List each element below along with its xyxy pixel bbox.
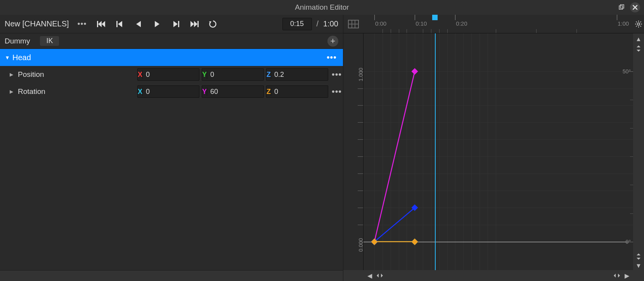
- left-footer: [0, 270, 343, 281]
- ik-chip[interactable]: IK: [40, 36, 59, 46]
- property-menu-button[interactable]: •••: [331, 87, 343, 97]
- curve-view[interactable]: 50°0°: [364, 33, 633, 270]
- svg-rect-5: [116, 21, 118, 27]
- property-row-position[interactable]: ▶ Position X Y Z •••: [0, 66, 343, 83]
- go-to-end-button[interactable]: [189, 18, 200, 30]
- maximize-button[interactable]: [617, 3, 626, 12]
- svg-rect-2: [97, 21, 98, 27]
- rotation-x-field[interactable]: X: [137, 85, 199, 98]
- ruler-label: 1:00: [618, 20, 629, 27]
- time-separator: /: [317, 19, 319, 28]
- property-menu-button[interactable]: •••: [331, 69, 343, 80]
- value-axis: 1.0000.000: [343, 33, 364, 270]
- dopesheet-toggle[interactable]: [343, 15, 364, 33]
- v-zoom-button-2[interactable]: [634, 252, 643, 261]
- property-label: Position: [18, 70, 44, 79]
- h-zoom-button-2[interactable]: [613, 272, 621, 279]
- next-keyframe-button[interactable]: [170, 18, 182, 30]
- window-title: Animation Editor: [295, 3, 349, 12]
- v-zoom-button[interactable]: [634, 44, 643, 53]
- disclosure-right-icon[interactable]: ▶: [7, 72, 16, 77]
- curve-panel: 0:000:100:201:00 1.0000.000 50°0° ▲ ▼ ◀: [343, 15, 644, 281]
- tree-item-label: Head: [12, 53, 31, 62]
- position-z-field[interactable]: Z: [266, 68, 328, 81]
- playback-toolbar: New [CHANNELS] ••• / 1:00: [0, 15, 343, 33]
- channel-panel: New [CHANNELS] ••• / 1:00 Dummy IK +: [0, 15, 343, 281]
- ruler-label: 0:20: [456, 20, 467, 27]
- play-reverse-button[interactable]: [133, 18, 144, 30]
- scroll-left-button[interactable]: ◀: [366, 272, 374, 279]
- corner-bl: [343, 270, 364, 281]
- axis-z-label: Z: [267, 71, 271, 79]
- rotation-y-field[interactable]: Y: [202, 85, 264, 98]
- mode-bar: Dummy IK +: [0, 33, 343, 49]
- gear-icon: [635, 20, 642, 28]
- ruler-label: 0:10: [415, 20, 427, 27]
- loop-button[interactable]: [207, 18, 219, 30]
- svg-marker-9: [173, 21, 178, 27]
- playhead-handle[interactable]: [432, 15, 438, 20]
- svg-marker-3: [98, 21, 102, 27]
- vaxis-label: 0.000: [358, 238, 364, 252]
- scroll-right-button[interactable]: ▶: [623, 272, 631, 279]
- axis-x-label: X: [138, 88, 143, 96]
- go-to-start-button[interactable]: [95, 18, 107, 30]
- position-x-field[interactable]: X: [137, 68, 199, 81]
- prev-keyframe-button[interactable]: [114, 18, 126, 30]
- property-label: Rotation: [18, 87, 45, 96]
- axis-x-label: X: [138, 71, 143, 79]
- add-button[interactable]: +: [327, 36, 338, 47]
- axis-y-label: Y: [202, 88, 207, 96]
- curve-sidebar: ▲ ▼: [633, 33, 644, 270]
- close-button[interactable]: [630, 2, 640, 12]
- timeline-ruler[interactable]: 0:000:100:201:00: [364, 15, 633, 33]
- row-menu-button[interactable]: •••: [327, 52, 341, 62]
- svg-marker-8: [155, 21, 159, 27]
- property-row-rotation[interactable]: ▶ Rotation X Y Z •••: [0, 83, 343, 100]
- disclosure-down-icon[interactable]: ▼: [2, 55, 11, 61]
- svg-point-15: [637, 23, 640, 25]
- grid-icon: [348, 20, 359, 28]
- axis-y-label: Y: [202, 71, 207, 79]
- svg-marker-11: [190, 21, 194, 27]
- clip-menu-button[interactable]: •••: [78, 19, 87, 28]
- corner-br: [633, 270, 644, 281]
- scroll-down-button[interactable]: ▼: [634, 262, 643, 270]
- rotation-z-field[interactable]: Z: [266, 85, 328, 98]
- ruler-label: 0:00: [375, 20, 386, 27]
- horizontal-scroll: ◀ ▶: [364, 270, 633, 281]
- svg-rect-13: [197, 21, 199, 27]
- settings-button[interactable]: [633, 15, 644, 33]
- axis-z-label: Z: [267, 88, 271, 96]
- play-button[interactable]: [151, 18, 163, 30]
- current-time-field[interactable]: [282, 18, 312, 30]
- svg-marker-12: [194, 21, 197, 27]
- position-y-field[interactable]: Y: [202, 68, 264, 81]
- titlebar: Animation Editor: [0, 0, 644, 15]
- svg-rect-1: [620, 5, 624, 8]
- vaxis-label: 1.000: [358, 68, 364, 81]
- scroll-up-button[interactable]: ▲: [634, 35, 643, 43]
- svg-marker-4: [102, 21, 105, 27]
- clip-name[interactable]: New [CHANNELS]: [5, 19, 69, 28]
- mode-label: Dummy: [5, 37, 30, 45]
- svg-rect-10: [178, 21, 179, 27]
- svg-marker-6: [118, 21, 122, 27]
- h-zoom-button[interactable]: [376, 272, 384, 279]
- svg-marker-7: [136, 21, 141, 27]
- tree-item-head[interactable]: ▼ Head •••: [0, 49, 343, 66]
- clip-length: 1:00: [323, 19, 338, 28]
- disclosure-right-icon[interactable]: ▶: [7, 89, 16, 94]
- svg-rect-0: [619, 6, 623, 9]
- channel-tree: ▼ Head ••• ▶ Position X Y Z ••• ▶ Rotati…: [0, 49, 343, 270]
